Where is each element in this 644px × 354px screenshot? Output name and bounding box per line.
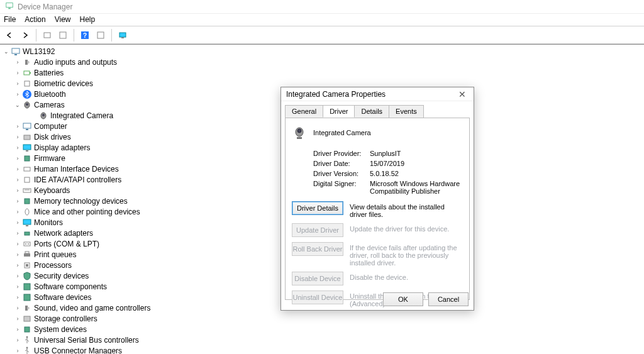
svg-rect-20 [23,123,31,128]
refresh-button[interactable] [56,28,70,42]
usb-icon [21,346,33,355]
scan-hardware-button[interactable] [116,28,130,42]
svg-rect-10 [14,54,17,55]
expander-icon[interactable]: › [14,197,21,205]
expander-icon[interactable]: › [14,133,21,141]
expander-icon[interactable]: › [14,315,21,323]
expander-icon[interactable]: ⌄ [3,48,10,55]
button-row: Update DriverUpdate the driver for this … [292,223,463,237]
svg-rect-0 [6,3,13,8]
driver-details-button[interactable]: Driver Details [292,201,343,215]
close-button[interactable]: ✕ [456,88,469,101]
menu-file[interactable]: File [4,15,16,25]
tree-label: Human Interface Devices [34,165,119,174]
expander-icon[interactable]: › [14,58,21,66]
menu-action[interactable]: Action [25,15,45,25]
svg-rect-45 [24,316,30,321]
toolbar-separator [111,29,112,41]
expander-icon[interactable]: › [14,155,21,162]
driver-tab-panel: Integrated Camera Driver Provider:Sunplu… [285,118,470,300]
svg-rect-46 [25,327,30,332]
ok-button[interactable]: OK [383,292,423,306]
cancel-button[interactable]: Cancel [428,292,469,306]
tree-category[interactable]: ›Universal Serial Bus controllers [0,335,644,345]
expander-icon[interactable]: › [14,240,21,248]
expander-icon[interactable]: › [14,347,21,355]
tree-label: Batteries [34,69,64,77]
tab-events[interactable]: Events [389,105,424,118]
port-icon [21,239,33,249]
svg-rect-26 [24,167,30,171]
expander-icon[interactable]: › [14,144,21,152]
tree-label: Print queues [34,250,76,259]
tab-details[interactable]: Details [354,105,389,118]
app-icon [5,1,14,12]
expander-icon[interactable]: › [14,283,21,290]
tree-category[interactable]: ›System devices [0,324,644,335]
expander-icon[interactable]: › [14,176,21,184]
expander-icon[interactable]: › [14,219,21,226]
tree-label: Mice and other pointing devices [34,207,140,216]
expander-icon[interactable]: › [14,208,21,216]
tree-category[interactable]: ›Audio inputs and outputs [0,57,644,67]
property-value: 5.0.18.52 [370,170,463,177]
tree-label: Cameras [34,101,65,109]
tree-category[interactable]: ›Batteries [0,67,644,78]
chip-icon [21,196,33,206]
svg-rect-39 [25,252,29,253]
property-value: Microsoft Windows Hardware Compatibility… [370,180,463,195]
expander-icon[interactable]: › [14,336,21,344]
menu-view[interactable]: View [55,15,71,25]
svg-rect-8 [121,37,124,38]
forward-button[interactable] [18,28,32,42]
cpu-icon [21,260,33,270]
soft-icon [21,282,33,292]
expander-icon[interactable]: › [14,294,21,301]
tab-general[interactable]: General [285,105,323,118]
expander-icon[interactable]: › [14,230,21,237]
svg-point-19 [42,114,45,116]
uninstall-device-button: Uninstall Device [292,290,343,304]
tree-root-node[interactable]: ⌄WL13192 [0,46,644,57]
shield-icon [21,271,33,281]
tree-label: Ports (COM & LPT) [34,240,99,248]
tree-label: Memory technology devices [34,197,128,206]
display-icon [21,143,33,153]
expander-icon[interactable]: › [14,304,21,312]
generic-icon [21,175,33,185]
svg-point-37 [28,243,29,245]
button-row: Driver DetailsView details about the ins… [292,201,463,218]
expander-icon[interactable]: › [14,187,21,194]
expander-icon[interactable]: › [14,251,21,258]
tree-category[interactable]: ›USB Connector Managers [0,345,644,354]
generic-icon [21,79,33,89]
tree-label: USB Connector Managers [34,346,122,355]
battery-icon [21,68,33,78]
svg-rect-22 [24,135,30,140]
help-button[interactable]: ? [78,28,92,42]
expander-icon[interactable] [30,112,38,119]
svg-rect-33 [26,225,28,226]
menu-help[interactable]: Help [80,15,96,25]
properties-button[interactable] [94,28,108,42]
tree-category[interactable]: ›Storage controllers [0,313,644,324]
expander-icon[interactable]: › [14,91,21,98]
expander-icon[interactable]: › [14,165,21,173]
expander-icon[interactable]: › [14,326,21,333]
show-hidden-button[interactable] [40,28,54,42]
mouse-icon [21,207,33,217]
tab-driver[interactable]: Driver [323,105,355,118]
expander-icon[interactable]: › [14,262,21,269]
expander-icon[interactable]: › [14,123,21,130]
svg-rect-24 [26,150,28,152]
svg-rect-2 [44,33,50,38]
back-button[interactable] [3,28,16,42]
expander-icon[interactable]: ⌄ [14,101,21,109]
svg-rect-34 [25,232,30,235]
expander-icon[interactable]: › [14,80,21,87]
svg-rect-38 [24,253,30,257]
keyboard-icon [21,185,33,196]
expander-icon[interactable]: › [14,69,21,77]
expander-icon[interactable]: › [14,272,21,280]
svg-rect-11 [25,60,28,65]
